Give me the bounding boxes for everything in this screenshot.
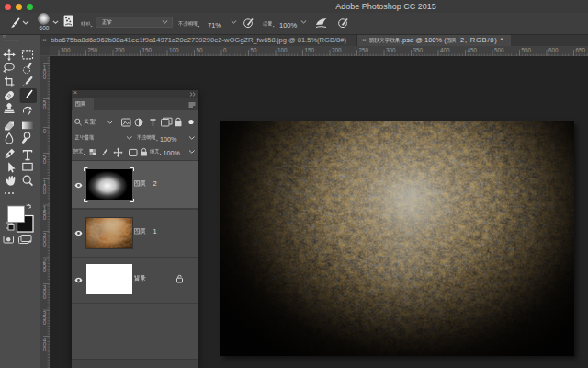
svg-text:0: 0: [43, 189, 47, 195]
svg-text:0: 0: [43, 293, 47, 300]
svg-text:450: 450: [468, 47, 478, 53]
svg-text:300: 300: [61, 47, 71, 53]
svg-text:400: 400: [440, 47, 450, 53]
svg-text:0: 0: [43, 319, 47, 326]
svg-text:0: 0: [43, 74, 47, 80]
svg-text:0: 0: [43, 158, 47, 165]
svg-text:250: 250: [359, 47, 369, 53]
svg-text:100: 100: [277, 47, 288, 53]
svg-text:200: 200: [332, 47, 342, 53]
svg-text:0: 0: [43, 214, 47, 221]
svg-text:350: 350: [413, 47, 424, 53]
svg-text:0: 0: [43, 104, 47, 110]
svg-text:250: 250: [88, 47, 98, 53]
svg-text:0: 0: [43, 346, 47, 352]
svg-text:100%: 100%: [164, 149, 181, 157]
svg-text:0: 0: [223, 47, 227, 53]
svg-text:50: 50: [197, 47, 204, 53]
svg-text:100%: 100%: [160, 135, 177, 144]
svg-text:500: 500: [494, 47, 504, 53]
svg-text:300: 300: [386, 47, 396, 53]
svg-text:650: 650: [576, 47, 586, 53]
svg-text:150: 150: [142, 47, 153, 53]
svg-text:150: 150: [305, 47, 315, 53]
svg-text:200: 200: [115, 47, 125, 53]
svg-text:0: 0: [43, 128, 47, 134]
svg-text:0: 0: [43, 241, 47, 247]
svg-text:50: 50: [251, 47, 258, 53]
svg-text:0: 0: [43, 267, 47, 273]
svg-text:550: 550: [522, 47, 532, 53]
svg-text:100: 100: [169, 47, 179, 53]
svg-text:600: 600: [548, 47, 559, 53]
